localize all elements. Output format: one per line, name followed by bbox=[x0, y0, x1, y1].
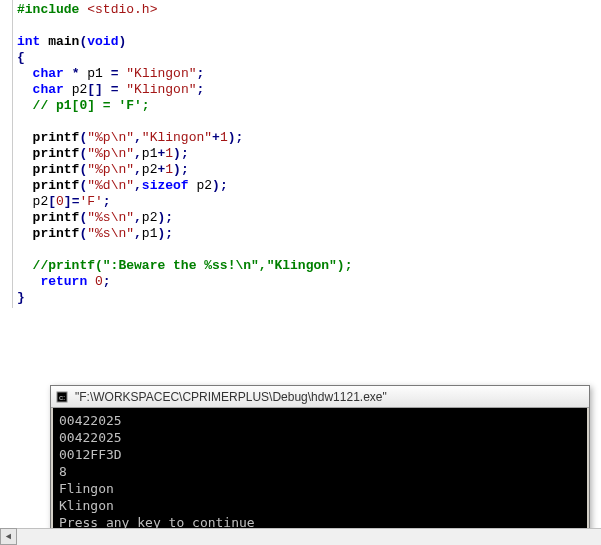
code-line: printf("%s\n",p1); bbox=[17, 226, 601, 242]
code-line: printf("%d\n",sizeof p2); bbox=[17, 178, 601, 194]
code-line: //printf(":Beware the %ss!\n","Klingon")… bbox=[17, 258, 601, 274]
console-output: 00422025 00422025 0012FF3D 8 Flingon Kli… bbox=[53, 408, 587, 540]
code-line bbox=[17, 114, 601, 130]
console-titlebar[interactable]: c: "F:\WORKSPACEC\CPRIMERPLUS\Debug\hdw1… bbox=[51, 386, 589, 408]
svg-text:c:: c: bbox=[59, 393, 65, 402]
code-line: printf("%s\n",p2); bbox=[17, 210, 601, 226]
code-line: } bbox=[17, 290, 601, 306]
chevron-left-icon: ◄ bbox=[6, 532, 11, 542]
code-line: { bbox=[17, 50, 601, 66]
code-line bbox=[17, 18, 601, 34]
code-line: printf("%p\n","Klingon"+1); bbox=[17, 130, 601, 146]
console-window[interactable]: c: "F:\WORKSPACEC\CPRIMERPLUS\Debug\hdw1… bbox=[50, 385, 590, 543]
gutter bbox=[0, 0, 12, 545]
code-line: // p1[0] = 'F'; bbox=[17, 98, 601, 114]
scroll-left-button[interactable]: ◄ bbox=[0, 528, 17, 545]
code-line: printf("%p\n",p1+1); bbox=[17, 146, 601, 162]
code-line bbox=[17, 242, 601, 258]
code-line: p2[0]='F'; bbox=[17, 194, 601, 210]
code-line: char p2[] = "Klingon"; bbox=[17, 82, 601, 98]
horizontal-scrollbar[interactable]: ◄ bbox=[0, 528, 601, 545]
code-line: #include <stdio.h> bbox=[17, 2, 601, 18]
code-line: char * p1 = "Klingon"; bbox=[17, 66, 601, 82]
code-line: printf("%p\n",p2+1); bbox=[17, 162, 601, 178]
code-line: int main(void) bbox=[17, 34, 601, 50]
app-icon: c: bbox=[55, 390, 69, 404]
code-line: return 0; bbox=[17, 274, 601, 290]
code-editor[interactable]: #include <stdio.h> int main(void) { char… bbox=[12, 0, 601, 308]
console-title: "F:\WORKSPACEC\CPRIMERPLUS\Debug\hdw1121… bbox=[75, 390, 387, 404]
